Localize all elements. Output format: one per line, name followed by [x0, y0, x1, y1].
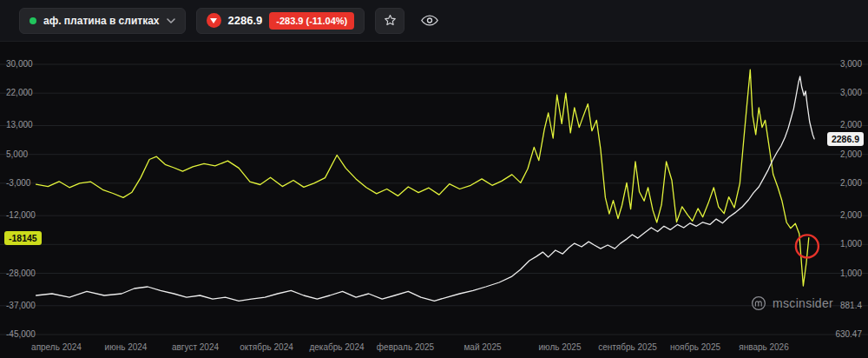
- y-axis-label-left: -28,000: [6, 268, 36, 280]
- instrument-selector[interactable]: аф. платина в слитках: [19, 8, 186, 34]
- y-axis-label-right: 1,000: [840, 268, 862, 280]
- y-axis-label-left: 30,000: [6, 58, 33, 70]
- white-series-value-badge: 2286.9: [827, 132, 864, 146]
- price-change-badge: -283.9 (-11.04%): [269, 12, 354, 30]
- price-chart-canvas[interactable]: [0, 0, 868, 358]
- y-axis-label-left: 22,000: [6, 87, 33, 99]
- x-axis: апрель 2024июнь 2024август 2024октябрь 2…: [0, 337, 868, 358]
- watermark-logo: mscinsider: [751, 295, 833, 311]
- y-axis-label-right: 2,000: [840, 209, 862, 222]
- arrow-down-icon: [207, 13, 221, 28]
- market-open-dot-icon: [30, 17, 36, 24]
- price-indicator: 2286.9 -283.9 (-11.04%): [196, 8, 365, 34]
- eye-icon: [421, 14, 438, 27]
- trading-chart-app: аф. платина в слитках 2286.9 -283.9 (-11…: [0, 0, 868, 358]
- y-axis-label-left: 13,000: [6, 119, 33, 131]
- y-axis-label-right: 881.4: [840, 300, 862, 312]
- yellow-series-line: [36, 70, 809, 286]
- last-price: 2286.9: [228, 14, 263, 27]
- white-series-line: [36, 76, 815, 301]
- y-axis-label-right: 2,000: [840, 119, 862, 131]
- y-axis-label-left: -37,000: [6, 300, 36, 312]
- x-axis-label: январь 2026: [722, 342, 806, 352]
- y-axis-label-right: 2,000: [840, 149, 862, 161]
- y-axis-label-right: 3,000: [840, 58, 862, 70]
- y-axis-label-right: 3,000: [840, 87, 862, 99]
- y-axis-label-left: 5,000: [6, 149, 28, 161]
- y-axis-label-left: -12,000: [6, 209, 36, 222]
- favorite-button[interactable]: [375, 8, 404, 34]
- yellow-series-value-badge: -18145: [4, 231, 42, 245]
- instrument-name: аф. платина в слитках: [43, 15, 160, 27]
- x-axis-label: май 2025: [441, 342, 524, 352]
- msc-logo-icon: [751, 295, 766, 311]
- star-icon: [383, 13, 398, 28]
- watermark-text: mscinsider: [773, 296, 833, 310]
- y-axis-label-right: 1,000: [840, 238, 862, 250]
- y-axis-label-right: 2,000: [840, 177, 862, 189]
- chevron-down-icon: [167, 18, 175, 23]
- visibility-button[interactable]: [415, 8, 444, 34]
- y-axis-label-left: -3,000: [6, 177, 30, 189]
- x-axis-label: февраль 2025: [364, 342, 447, 352]
- chart-area[interactable]: 30,0003,00022,0003,00013,0002,0005,0002,…: [0, 0, 868, 358]
- toolbar: аф. платина в слитках 2286.9 -283.9 (-11…: [0, 0, 868, 42]
